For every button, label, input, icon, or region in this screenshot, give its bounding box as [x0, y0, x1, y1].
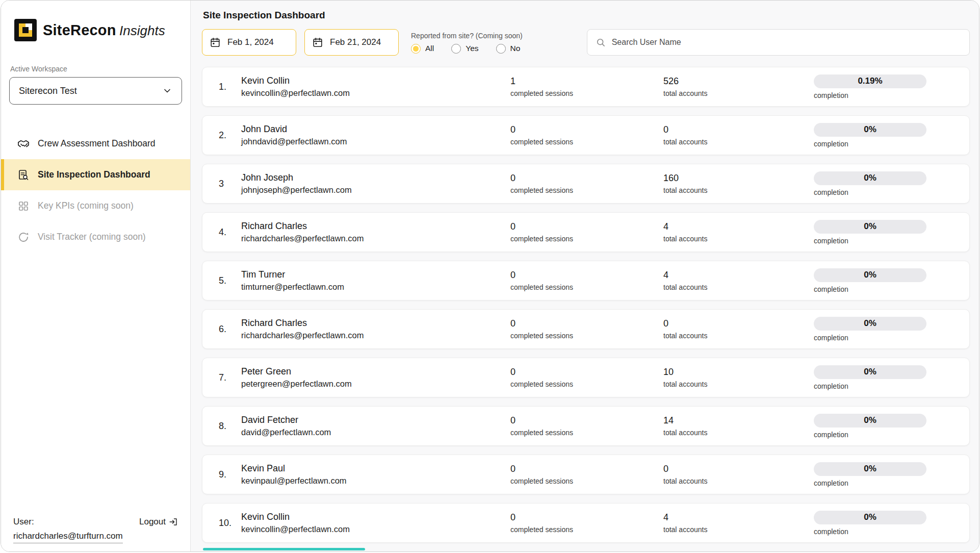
radio-no-label: No: [510, 44, 521, 53]
user-identity: Kevin Collin kevincollin@perfectlawn.com: [241, 76, 510, 98]
accounts-label: total accounts: [663, 89, 814, 97]
user-row[interactable]: 3 John Joseph johnjoseph@perfectlawn.com…: [202, 164, 970, 204]
accounts-label: total accounts: [663, 186, 814, 194]
user-name: Kevin Collin: [241, 76, 510, 86]
user-name: Kevin Paul: [241, 463, 510, 474]
sessions-metric: 0 completed sessions: [510, 318, 663, 340]
sidebar-item-label: Visit Tracker (coming soon): [38, 232, 146, 242]
sessions-metric: 0 completed sessions: [510, 270, 663, 291]
row-index: 7.: [219, 372, 241, 383]
brand: SiteRecon Insights: [1, 19, 190, 41]
accounts-label: total accounts: [663, 283, 814, 291]
sessions-metric: 1 completed sessions: [510, 76, 663, 97]
user-row[interactable]: 2. John David johndavid@perfectlawn.com …: [202, 115, 970, 155]
user-email: richardcharles@perfectlawn.com: [241, 234, 510, 243]
sidebar-item-visit-tracker[interactable]: Visit Tracker (coming soon): [1, 221, 190, 253]
user-row[interactable]: 9. Kevin Paul kevinpaul@perfectlawn.com …: [202, 455, 970, 494]
user-row[interactable]: 4. Richard Charles richardcharles@perfec…: [202, 212, 970, 252]
accounts-value: 4: [663, 270, 814, 281]
user-identity: Richard Charles richardcharles@perfectla…: [241, 318, 510, 340]
date-from-value: Feb 1, 2024: [227, 37, 274, 47]
radio-all-circle: [411, 44, 421, 54]
accounts-value: 0: [663, 124, 814, 135]
sessions-value: 0: [510, 270, 663, 281]
reported-filter: Reported from site? (Coming soon) All Ye…: [411, 32, 523, 54]
logout-button[interactable]: Logout: [139, 517, 178, 527]
user-name: Kevin Collin: [241, 512, 510, 522]
user-email: timturner@perfectlawn.com: [241, 282, 510, 292]
reported-filter-label: Reported from site? (Coming soon): [411, 32, 523, 40]
completion-pill: 0%: [814, 268, 926, 282]
user-row[interactable]: 1. Kevin Collin kevincollin@perfectlawn.…: [202, 67, 970, 107]
user-row[interactable]: 5. Tim Turner timturner@perfectlawn.com …: [202, 261, 970, 300]
accounts-metric: 160 total accounts: [663, 173, 814, 194]
accounts-label: total accounts: [663, 525, 814, 534]
user-label: User:: [13, 517, 34, 527]
sidebar-item-key-kpis[interactable]: Key KPIs (coming soon): [1, 190, 190, 221]
workspace-value: Siterecon Test: [19, 86, 77, 96]
sidebar-item-crew-assessment[interactable]: Crew Assessment Dashboard: [1, 128, 190, 159]
sessions-value: 0: [510, 464, 663, 474]
completion-pill: 0.19%: [814, 74, 926, 88]
reported-radio-group: All Yes No: [411, 44, 523, 54]
logout-icon: [169, 517, 178, 526]
user-identity: David Fetcher david@perfectlawn.com: [241, 415, 510, 437]
sessions-value: 0: [510, 415, 663, 426]
user-row[interactable]: 6. Richard Charles richardcharles@perfec…: [202, 309, 970, 349]
accounts-metric: 4 total accounts: [663, 221, 814, 243]
accounts-value: 0: [663, 464, 814, 474]
user-email: kevincollin@perfectlawn.com: [241, 88, 510, 98]
completion-label: completion: [814, 382, 926, 390]
completion-label: completion: [814, 140, 926, 148]
filters-bar: Feb 1, 2024 Feb 21, 2024 Reported from s…: [202, 29, 970, 56]
completion-label: completion: [814, 479, 926, 487]
sidebar-item-site-inspection[interactable]: Site Inspection Dashboard: [1, 159, 190, 190]
user-email: david@perfectlawn.com: [241, 428, 510, 437]
row-index: 1.: [219, 82, 241, 92]
user-row[interactable]: 7. Peter Green petergreen@perfectlawn.co…: [202, 358, 970, 397]
date-from-input[interactable]: Feb 1, 2024: [202, 29, 296, 56]
completion-value: 0%: [864, 221, 876, 232]
sessions-label: completed sessions: [510, 138, 663, 146]
accounts-label: total accounts: [663, 138, 814, 146]
sessions-label: completed sessions: [510, 332, 663, 340]
completion-metric: 0% completion: [814, 268, 926, 293]
horizontal-scrollbar[interactable]: [203, 548, 365, 550]
radio-yes[interactable]: Yes: [451, 44, 478, 54]
accounts-value: 526: [663, 76, 814, 87]
date-to-value: Feb 21, 2024: [330, 37, 381, 47]
row-index: 6.: [219, 324, 241, 335]
completion-label: completion: [814, 334, 926, 342]
radio-all[interactable]: All: [411, 44, 434, 54]
user-name: John David: [241, 124, 510, 135]
completion-pill: 0%: [814, 220, 926, 234]
accounts-metric: 0 total accounts: [663, 318, 814, 340]
user-name: Richard Charles: [241, 221, 510, 232]
sidebar-item-label: Key KPIs (coming soon): [38, 200, 134, 211]
sessions-label: completed sessions: [510, 235, 663, 243]
user-identity: Kevin Paul kevinpaul@perfectlawn.com: [241, 463, 510, 486]
sidebar-item-label: Site Inspection Dashboard: [38, 169, 150, 180]
user-name: Peter Green: [241, 366, 510, 377]
user-row[interactable]: 8. David Fetcher david@perfectlawn.com 0…: [202, 406, 970, 446]
accounts-label: total accounts: [663, 380, 814, 388]
workspace-select[interactable]: Siterecon Test: [9, 77, 182, 105]
search-input[interactable]: [612, 38, 961, 47]
sessions-label: completed sessions: [510, 89, 663, 97]
calendar-icon: [312, 37, 323, 48]
brand-name: SiteRecon: [43, 22, 116, 38]
completion-metric: 0% completion: [814, 317, 926, 342]
completion-value: 0%: [864, 415, 876, 425]
user-row[interactable]: 10. Kevin Collin kevincollin@perfectlawn…: [202, 503, 970, 543]
sessions-label: completed sessions: [510, 186, 663, 194]
date-to-input[interactable]: Feb 21, 2024: [304, 29, 399, 56]
search-box: [587, 29, 970, 56]
sessions-value: 0: [510, 367, 663, 378]
brand-tagline: Insights: [119, 23, 165, 38]
sessions-label: completed sessions: [510, 380, 663, 388]
completion-value: 0%: [864, 367, 876, 377]
workspace-label: Active Workspace: [1, 65, 190, 73]
sessions-value: 0: [510, 173, 663, 184]
radio-no[interactable]: No: [496, 44, 521, 54]
search-icon: [596, 37, 606, 47]
